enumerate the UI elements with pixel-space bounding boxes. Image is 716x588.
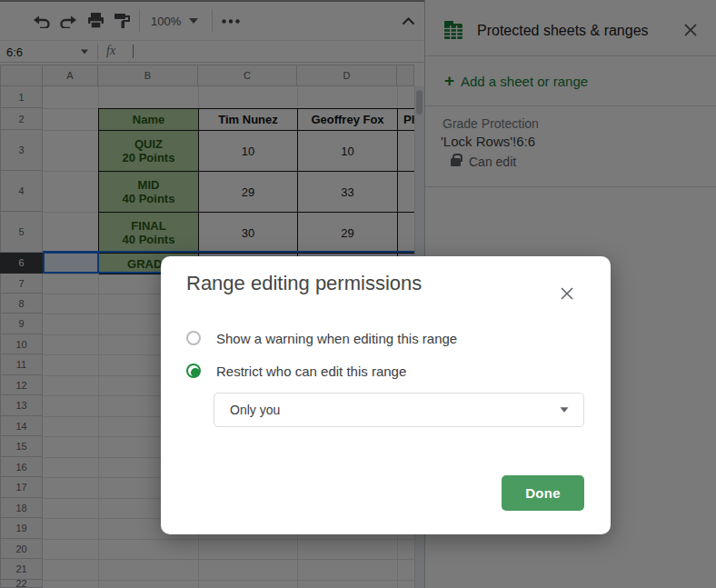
chevron-down-icon: [561, 407, 569, 412]
editors-dropdown-value: Only you: [214, 403, 280, 417]
dialog-title: Range editing permissions: [186, 272, 422, 295]
done-button[interactable]: Done: [502, 475, 584, 511]
google-sheets-app: 100% 6:6 fx A B C D 1234567: [0, 0, 716, 588]
radio-selected-icon[interactable]: [186, 364, 201, 378]
radio-option-label: Restrict who can edit this range: [216, 364, 406, 379]
dialog-close-icon[interactable]: [560, 286, 574, 301]
radio-unselected-icon[interactable]: [186, 331, 201, 345]
editors-dropdown[interactable]: Only you: [214, 393, 584, 427]
radio-option-label: Show a warning when editing this range: [216, 331, 457, 346]
range-editing-permissions-dialog: Range editing permissions Show a warning…: [161, 256, 611, 534]
radio-option-restrict-edit[interactable]: Restrict who can edit this range: [186, 362, 406, 380]
radio-option-show-warning[interactable]: Show a warning when editing this range: [186, 329, 457, 347]
